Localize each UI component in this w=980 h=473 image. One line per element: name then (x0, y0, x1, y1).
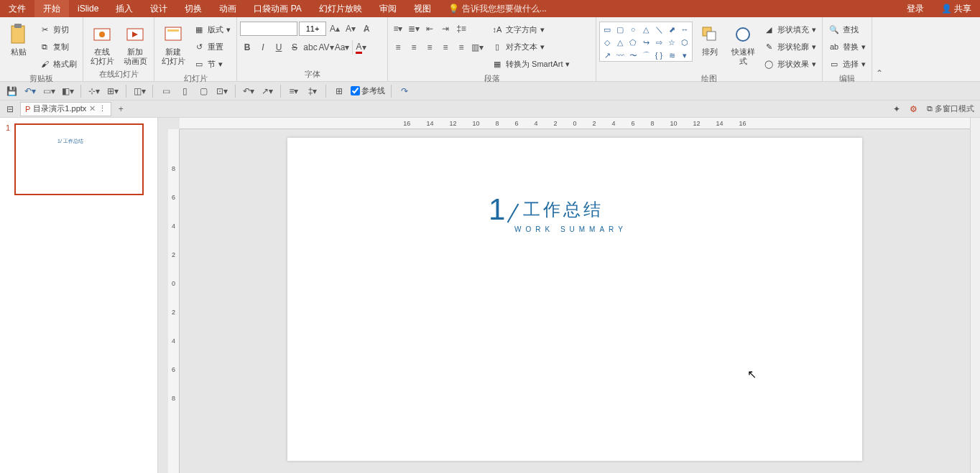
settings-button-2[interactable]: ⚙ (907, 102, 921, 116)
select-button[interactable]: ▭选择 ▾ (826, 56, 869, 72)
line-spacing-button[interactable]: ‡≡ (454, 22, 468, 36)
tab-more-button[interactable]: ⋮ (98, 104, 106, 113)
change-case-button[interactable]: Aa▾ (335, 40, 349, 55)
menu-islide[interactable]: iSlide (69, 0, 107, 17)
menu-insert[interactable]: 插入 (107, 0, 142, 17)
slide-content[interactable]: 1 工作总结 WORK SUMMARY (489, 188, 627, 233)
qat-item[interactable]: ▢ (196, 84, 211, 98)
font-color-button[interactable]: A▾ (352, 40, 366, 55)
menu-slideshow[interactable]: 幻灯片放映 (310, 0, 371, 17)
reset-button[interactable]: ↺重置 (190, 39, 234, 55)
replace-button[interactable]: ab替换 ▾ (826, 39, 869, 55)
paste-button[interactable]: 粘贴 (3, 22, 34, 58)
qat-item[interactable]: ≡▾ (287, 84, 301, 98)
text-direction-button[interactable]: ↕A文字方向 ▾ (489, 22, 573, 37)
format-painter-button[interactable]: 🖌格式刷 (36, 56, 80, 72)
qat-item[interactable]: ▯ (177, 84, 192, 98)
slash-divider (507, 203, 519, 223)
find-button[interactable]: 🔍查找 (826, 22, 869, 37)
qat-item[interactable]: ▭ (159, 84, 173, 98)
tab-menu-button[interactable]: ⊟ (3, 102, 17, 116)
bullets-button[interactable]: ≡▾ (391, 22, 405, 36)
guides-checkbox[interactable]: 参考线 (351, 85, 385, 96)
close-tab-button[interactable]: ✕ (89, 104, 96, 113)
slide-thumbnail[interactable]: 1/ 工作总结 (14, 123, 144, 195)
horizontal-ruler[interactable]: 1614121086420246810121416 (180, 118, 970, 129)
bold-button[interactable]: B (240, 40, 254, 55)
qat-item[interactable]: ⊞ (332, 84, 346, 98)
qat-item[interactable]: ⊡▾ (215, 84, 229, 98)
new-anim-button[interactable]: 新加 动画页 (119, 22, 151, 67)
share-button[interactable]: 👤 共享 (933, 0, 980, 17)
menu-animation[interactable]: 动画 (211, 0, 245, 17)
online-icon (91, 23, 114, 46)
qat-item[interactable]: ◫▾ (132, 84, 147, 98)
menu-review[interactable]: 审阅 (371, 0, 405, 17)
qat-item[interactable]: ⊹▾ (87, 84, 101, 98)
font-size-input[interactable] (299, 22, 326, 36)
columns-button[interactable]: ▥▾ (470, 40, 484, 55)
qat-item[interactable]: ↶▾ (241, 84, 256, 98)
qat-item[interactable]: ↗▾ (260, 84, 274, 98)
italic-button[interactable]: I (256, 40, 270, 55)
multi-window-button[interactable]: ⧉ 多窗口模式 (924, 103, 977, 114)
menu-file[interactable]: 文件 (0, 0, 34, 17)
outdent-button[interactable]: ⇤ (422, 22, 437, 36)
settings-button-1[interactable]: ✦ (889, 102, 904, 116)
new-slide-icon (162, 23, 185, 46)
align-left-button[interactable]: ≡ (391, 40, 405, 55)
shapes-gallery[interactable]: ▭▢○△＼⬈↔ ◇△⬠↪⇨☆⬡ ↗〰〜⌒{ }≋▾ (599, 22, 693, 62)
redo-button[interactable]: ↷ (397, 84, 412, 98)
align-right-button[interactable]: ≡ (422, 40, 437, 55)
tell-me[interactable]: 💡告诉我您想要做什么... (440, 3, 547, 15)
online-slides-button[interactable]: 在线 幻灯片 (86, 22, 118, 67)
vertical-ruler[interactable]: 864202468 (168, 129, 180, 473)
align-center-button[interactable]: ≡ (407, 40, 421, 55)
cut-button[interactable]: ✂剪切 (36, 22, 80, 37)
login-button[interactable]: 登录 (898, 0, 933, 17)
shape-outline-button[interactable]: ✎形状轮廓 ▾ (760, 39, 819, 55)
shape-fill-button[interactable]: ◢形状填充 ▾ (760, 22, 819, 37)
grow-font-button[interactable]: A▴ (328, 22, 342, 36)
layout-button[interactable]: ▦版式 ▾ (190, 22, 234, 37)
menu-home[interactable]: 开始 (34, 0, 69, 17)
smartart-button[interactable]: ▦转换为 SmartArt ▾ (489, 56, 573, 72)
strike-button[interactable]: S (287, 40, 302, 55)
add-tab-button[interactable]: + (114, 103, 127, 116)
menu-design[interactable]: 设计 (142, 0, 176, 17)
slide-subtitle-text: WORK SUMMARY (514, 225, 627, 233)
spacing-button[interactable]: AV▾ (319, 40, 333, 55)
ppt-icon: P (25, 105, 30, 113)
document-tab[interactable]: P 目录演示1.pptx ✕ ⋮ (20, 102, 111, 116)
indent-button[interactable]: ⇥ (438, 22, 453, 36)
shadow-button[interactable]: abc (303, 40, 318, 55)
save-button[interactable]: 💾 (4, 84, 19, 98)
shape-effects-button[interactable]: ◯形状效果 ▾ (760, 56, 819, 72)
section-button[interactable]: ▭节 ▾ (190, 56, 234, 72)
undo-button[interactable]: ↶▾ (23, 84, 37, 98)
quick-style-button[interactable]: 快速样式 (727, 22, 759, 67)
new-slide-button[interactable]: 新建 幻灯片 (157, 22, 189, 67)
shrink-font-button[interactable]: A▾ (343, 22, 358, 36)
underline-button[interactable]: U (272, 40, 286, 55)
numbering-button[interactable]: ≣▾ (407, 22, 421, 36)
menu-transition[interactable]: 切换 (176, 0, 211, 17)
qat-item[interactable]: ‡▾ (305, 84, 320, 98)
copy-button[interactable]: ⧉复制 (36, 39, 80, 55)
qat-item[interactable]: ⊞▾ (106, 84, 120, 98)
collapse-ribbon-button[interactable]: ⌃ (872, 17, 887, 81)
menu-pocket-anim[interactable]: 口袋动画 PA (245, 0, 310, 17)
justify-button[interactable]: ≡ (438, 40, 453, 55)
textdir-icon: ↕A (491, 24, 503, 35)
svg-rect-5 (165, 27, 181, 40)
vertical-scrollbar[interactable] (970, 118, 980, 473)
font-name-input[interactable] (240, 22, 297, 36)
slide-canvas[interactable]: 1 工作总结 WORK SUMMARY ↖ (287, 138, 862, 461)
menu-view[interactable]: 视图 (405, 0, 440, 17)
qat-item[interactable]: ◧▾ (60, 84, 75, 98)
arrange-button[interactable]: 排列 (694, 22, 726, 58)
align-text-button[interactable]: ▯对齐文本 ▾ (489, 39, 573, 55)
clear-format-button[interactable]: A̷ (359, 22, 374, 36)
distribute-button[interactable]: ≡ (454, 40, 468, 55)
redo-alt-button[interactable]: ▭▾ (42, 84, 56, 98)
